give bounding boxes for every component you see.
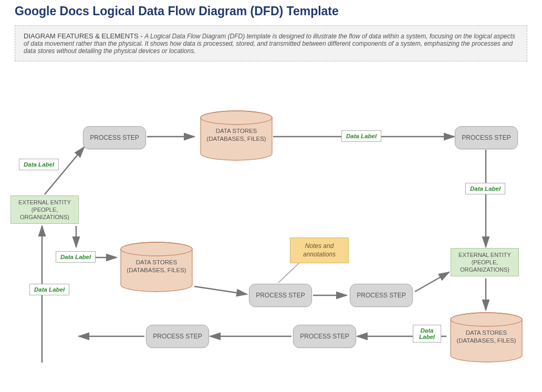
process-mid-right: PROCESS STEP: [350, 284, 413, 307]
data-label-6: Data Label: [413, 325, 441, 343]
svg-line-0: [45, 147, 84, 194]
process-top-right: PROCESS STEP: [455, 126, 518, 149]
data-label-4: Data Label: [56, 251, 96, 263]
svg-line-9: [415, 272, 449, 292]
process-bot-left: PROCESS STEP: [146, 325, 209, 348]
process-mid-left: PROCESS STEP: [249, 284, 312, 307]
datastore-top-label: DATA STORES (DATABASES, FILES): [200, 127, 273, 143]
svg-line-14: [278, 263, 299, 283]
data-label-2: Data Label: [341, 130, 381, 142]
datastore-bot: DATA STORES (DATABASES, FILES): [450, 312, 523, 358]
process-bot-mid: PROCESS STEP: [293, 325, 356, 348]
data-label-3: Data Label: [465, 183, 505, 194]
note-box: Notes and annotations: [290, 238, 349, 263]
datastore-mid-label: DATA STORES (DATABASES, FILES): [120, 259, 193, 274]
data-label-1: Data Label: [19, 159, 59, 170]
diagram-canvas: DATA STORES (DATABASES, FILES) DATA STOR…: [0, 0, 542, 392]
svg-line-7: [194, 286, 247, 294]
datastore-mid: DATA STORES (DATABASES, FILES): [120, 242, 193, 288]
process-top-left: PROCESS STEP: [83, 126, 146, 149]
entity-left: EXTERNAL ENTITY (PEOPLE, ORGANIZATIONS): [11, 195, 79, 224]
datastore-top: DATA STORES (DATABASES, FILES): [200, 110, 273, 157]
data-label-5: Data Label: [29, 284, 69, 295]
entity-right: EXTERNAL ENTITY (PEOPLE, ORGANIZATIONS): [451, 248, 519, 276]
datastore-bot-label: DATA STORES (DATABASES, FILES): [450, 329, 523, 345]
